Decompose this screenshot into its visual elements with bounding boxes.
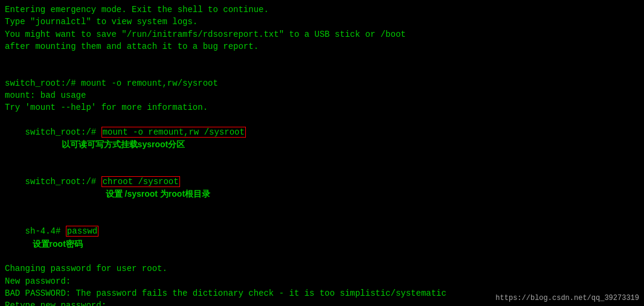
line-text: Type "journalctl" to view system logs. [5, 17, 198, 27]
line-text: Try 'mount --help' for more information. [5, 103, 208, 112]
mount-command-box: mount -o remount,rw /sysroot [101, 127, 246, 138]
annotation-passwd: 设置root密码 [33, 239, 83, 249]
terminal-line-14: New password: [5, 275, 639, 287]
terminal-line-3: You might want to save "/run/initramfs/r… [5, 28, 639, 40]
line-text: Changing password for user root. [5, 264, 167, 273]
annotation-mount: 以可读可写方式挂载sysroot分区 [62, 139, 185, 149]
terminal-line-4: after mounting them and attach it to a b… [5, 40, 639, 53]
line-text: Retype new password: [5, 301, 106, 306]
chroot-command-box: chroot /sysroot [101, 176, 180, 187]
prompt-11: switch_root:/# [25, 177, 101, 186]
terminal-line-8: mount: bad usage [5, 89, 639, 101]
annotation-chroot: 设置 /sysroot 为root根目录 [106, 189, 210, 199]
line-text: BAD PASSWORD: The password fails the dic… [5, 288, 446, 298]
terminal-line-13: Changing password for user root. [5, 263, 639, 275]
prompt-10: switch_root:/# [25, 127, 101, 137]
passwd-command-box: passwd [66, 226, 98, 237]
terminal-line-9: Try 'mount --help' for more information. [5, 101, 639, 113]
line-text: switch_root:/# mount -o remount,rw/sysro… [5, 78, 218, 88]
prompt-12: sh-4.4# [25, 226, 66, 236]
terminal-window: Entering emergency mode. Exit the shell … [0, 0, 644, 306]
line-text: You might want to save "/run/initramfs/r… [5, 30, 406, 39]
terminal-line-11: switch_root:/# chroot /sysroot 设置 /sysro… [5, 164, 639, 213]
terminal-line-6 [5, 65, 639, 77]
terminal-line-1: Entering emergency mode. Exit the shell … [5, 4, 639, 16]
terminal-line-12: sh-4.4# passwd 设置root密码 [5, 213, 639, 263]
line-text: Entering emergency mode. Exit the shell … [5, 5, 269, 14]
line-text: after mounting them and attach it to a b… [5, 42, 259, 51]
url-watermark: https://blog.csdn.net/qq_39273319 [495, 294, 639, 302]
line-text: New password: [5, 276, 71, 286]
terminal-line-2: Type "journalctl" to view system logs. [5, 16, 639, 28]
terminal-line-7: switch_root:/# mount -o remount,rw/sysro… [5, 77, 639, 89]
line-text: mount: bad usage [5, 91, 86, 100]
terminal-line-5 [5, 53, 639, 65]
terminal-line-10: switch_root:/# mount -o remount,rw /sysr… [5, 114, 639, 164]
